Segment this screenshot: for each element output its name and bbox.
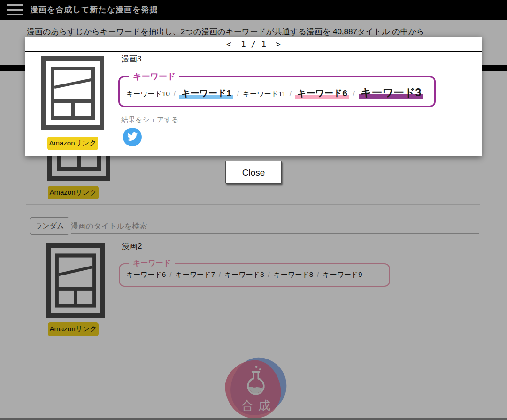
- keyword-separator: /: [237, 90, 239, 98]
- keyword-separator: /: [353, 90, 355, 98]
- keyword-tag-highlight-blue: キーワード1: [179, 88, 233, 99]
- twitter-share-button[interactable]: [123, 128, 142, 146]
- result-modal: < 1 / 1 > Amazonリンク 漫画3 キーワード キーワード10/キー…: [25, 37, 482, 156]
- prev-page-button[interactable]: <: [226, 39, 231, 49]
- manga-placeholder-image: [41, 56, 104, 132]
- keyword-box: キーワード キーワード10/キーワード1/キーワード11/キーワード6/キーワー…: [118, 76, 436, 107]
- keyword-tag-highlight-pink: キーワード6: [295, 88, 349, 99]
- keyword-tag-highlight-purple: キーワード3: [359, 86, 423, 99]
- manga-title: 漫画3: [121, 53, 141, 64]
- pagination: < 1 / 1 >: [25, 37, 482, 52]
- keyword-separator: /: [290, 90, 292, 98]
- keyword-separator: /: [174, 90, 176, 98]
- page-indicator: 1 / 1: [241, 39, 266, 49]
- keyword-legend: キーワード: [129, 71, 179, 82]
- amazon-link-button[interactable]: Amazonリンク: [47, 137, 98, 150]
- next-page-button[interactable]: >: [276, 39, 281, 49]
- share-results-label: 結果をシェアする: [121, 115, 178, 124]
- twitter-icon: [127, 131, 138, 143]
- app-root: 漫画を合成して新たな漫画を発掘 漫画のあらすじからキーワードを抽出し、2つの漫画…: [0, 0, 507, 420]
- keyword-tag: キーワード11: [243, 90, 286, 98]
- keyword-tag: キーワード10: [126, 90, 170, 98]
- close-button[interactable]: Close: [225, 161, 282, 184]
